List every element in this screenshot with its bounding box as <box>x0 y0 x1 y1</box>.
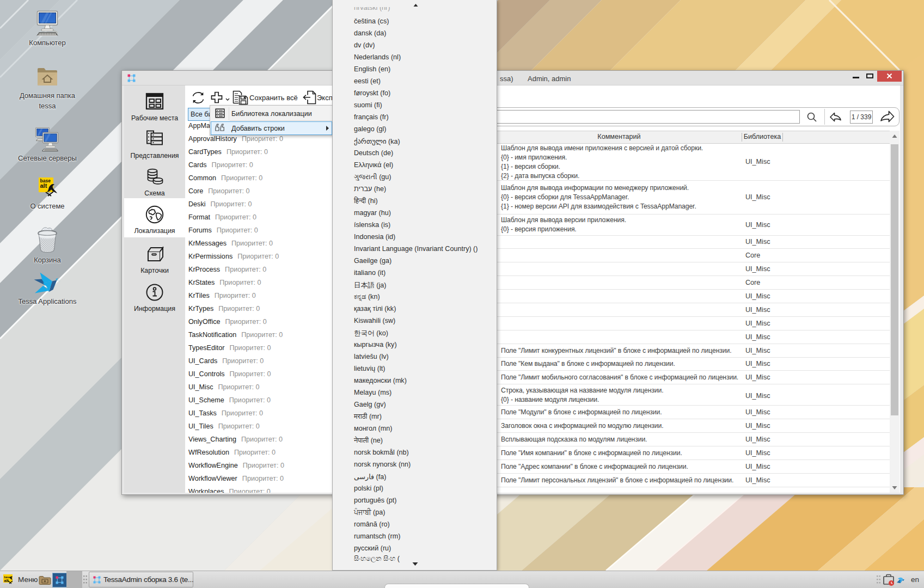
svg-text:alt: alt <box>40 182 47 189</box>
svg-text:alt: alt <box>4 579 9 583</box>
